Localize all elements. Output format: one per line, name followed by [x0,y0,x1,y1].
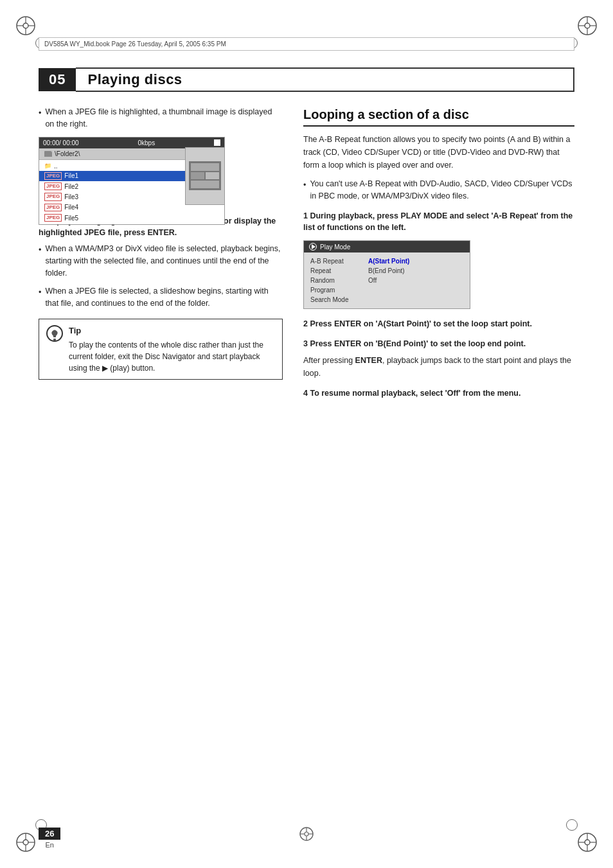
pm-title-text: Play Mode [320,244,350,251]
jpeg-badge-3: JPEG [44,193,62,200]
right-step4-text: 4 To resume normal playback, select 'Off… [303,389,520,398]
right-step3-text: 3 Press ENTER on 'B(End Point)' to set t… [303,339,526,348]
pm-label-5: Search Mode [310,296,362,303]
page-number-badge: 26 [39,828,60,840]
pm-play-triangle [312,244,315,249]
pm-rows: A-B Repeat A(Start Point) Repeat B(End P… [304,252,470,308]
pm-row-3: Random Off [310,276,463,285]
tip-label: Tip [69,324,276,337]
file-item-5: JPEG File5 [39,213,224,223]
svg-point-7 [585,23,590,28]
step3-bullet1: • When a WMA/MP3 or DivX video file is s… [39,243,283,279]
file-name-5: File5 [64,215,78,222]
thumbnail-panel [185,147,225,205]
step3-detail-text: After pressing ENTER, playback jumps bac… [303,354,574,380]
pm-row-1: A-B Repeat A(Start Point) [310,256,463,266]
timecode-text: 00:00/ 00:00 [43,139,79,146]
right-step2-heading: 2 Press ENTER on 'A(Start Point)' to set… [303,318,574,330]
tip-content: Tip To play the contents of the whole di… [69,324,276,375]
disc-navigator-screenshot: 00:00/ 00:00 0kbps \Folder2\ 📁 .. [39,137,225,208]
bullet-dot-s3-1: • [39,244,41,279]
folder-icon [44,151,52,157]
right-bullet1: • You can't use A-B Repeat with DVD-Audi… [303,178,574,202]
right-step2-text: 2 Press ENTER on 'A(Start Point)' to set… [303,319,532,328]
ui-screenshot-inner: 00:00/ 00:00 0kbps \Folder2\ 📁 .. [39,137,186,226]
reg-mark-tr [574,13,600,39]
file-info-text: DV585A WY_Mid.book Page 26 Tuesday, Apri… [44,40,226,48]
jpeg-badge-2: JPEG [44,182,62,190]
right-bullet1-text: You can't use A-B Repeat with DVD-Audio,… [310,178,574,202]
pm-value-1: A(Start Point) [368,258,409,265]
right-step1-text: 1 During playback, press PLAY MODE and s… [303,211,573,233]
file-name-3: File3 [64,193,78,200]
folder-icon-small: 📁 [44,163,51,169]
reg-mark-bl [13,829,39,855]
inner-corner-br [566,819,578,831]
header-bar: DV585A WY_Mid.book Page 26 Tuesday, Apri… [39,37,574,51]
pm-value-2: B(End Point) [368,267,405,274]
pm-title-bar: Play Mode [304,241,470,252]
right-step4-heading: 4 To resume normal playback, select 'Off… [303,387,574,400]
svg-rect-25 [53,339,56,341]
parent-dir-text: .. [54,163,58,170]
step3-bullet1-text: When a WMA/MP3 or DivX video file is sel… [45,243,283,279]
right-column: Looping a section of a disc The A-B Repe… [303,106,574,817]
enter-bold: ENTER [355,356,382,365]
pm-row-5: Search Mode [310,295,463,305]
bullet-dot-s3-2: • [39,287,41,310]
bottom-center-crosshair [298,825,315,845]
pm-label-4: Program [310,287,362,294]
jpeg-badge-5: JPEG [44,214,62,222]
section-heading: Looping a section of a disc [303,106,574,127]
jpeg-badge-4: JPEG [44,204,62,211]
svg-point-13 [23,840,28,845]
bullet-dot-1: • [39,107,41,130]
step3-bullet2: • When a JPEG file is selected, a slides… [39,285,283,310]
chapter-num: 05 [39,68,76,92]
chapter-title: Playing discs [76,67,574,92]
reg-mark-br [574,829,600,855]
intro-text: The A-B Repeat function allows you to sp… [303,133,574,172]
reg-mark-tl [13,13,39,39]
chapter-banner: 05 Playing discs [39,67,574,92]
pm-row-2: Repeat B(End Point) [310,266,463,276]
pm-value-3: Off [368,277,377,284]
step3-bullet2-text: When a JPEG file is selected, a slidesho… [45,285,283,310]
tip-box: Tip To play the contents of the whole di… [39,319,283,380]
pm-label-3: Random [310,277,362,284]
file-name-4: File4 [64,204,78,211]
page-number-area: 26 En [39,828,60,849]
jpeg-badge-1: JPEG [44,172,62,180]
bullet-jpeg-highlight: • When a JPEG file is highlighted, a thu… [39,106,283,130]
svg-point-27 [305,832,308,836]
pm-label-1: A-B Repeat [310,258,362,265]
pm-row-4: Program [310,285,463,295]
content-area: • When a JPEG file is highlighted, a thu… [39,106,574,817]
thumbnail-image [189,161,221,190]
right-step1-heading: 1 During playback, press PLAY MODE and s… [303,210,574,235]
page-lang: En [46,841,54,849]
pm-label-2: Repeat [310,267,362,274]
svg-point-1 [23,23,28,28]
tip-text: To play the contents of the whole disc r… [69,339,276,374]
file-name-1: File1 [64,172,78,179]
pm-play-icon [309,243,317,251]
bitrate-text: 0kbps [138,139,155,146]
stop-icon [214,139,220,146]
left-column: • When a JPEG file is highlighted, a thu… [39,106,283,817]
svg-point-19 [585,840,590,845]
file-name-2: File2 [64,183,78,190]
bullet-jpeg-text: When a JPEG file is highlighted, a thumb… [45,106,283,130]
right-step3-heading: 3 Press ENTER on 'B(End Point)' to set t… [303,338,574,350]
step3-detail-rest: playback jumps back to the start point a… [303,356,571,378]
right-bullet-dot-1: • [303,179,306,202]
playmode-screenshot: Play Mode A-B Repeat A(Start Point) Repe… [303,240,470,309]
folder-path: \Folder2\ [55,150,80,157]
tip-icon [46,324,64,342]
